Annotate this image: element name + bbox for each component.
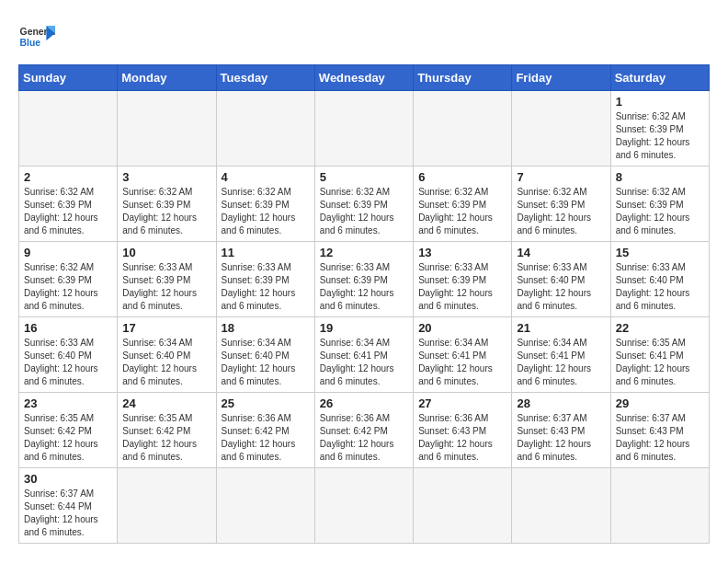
calendar-cell: 22Sunrise: 6:35 AM Sunset: 6:41 PM Dayli… <box>610 317 709 393</box>
day-number: 29 <box>616 396 704 410</box>
day-info: Sunrise: 6:35 AM Sunset: 6:41 PM Dayligh… <box>616 337 704 388</box>
calendar-cell <box>414 468 512 544</box>
day-info: Sunrise: 6:32 AM Sunset: 6:39 PM Dayligh… <box>418 186 506 237</box>
day-number: 27 <box>418 396 506 410</box>
day-number: 13 <box>418 246 506 259</box>
day-info: Sunrise: 6:33 AM Sunset: 6:39 PM Dayligh… <box>418 261 506 313</box>
svg-text:Blue: Blue <box>20 38 41 48</box>
day-number: 30 <box>24 472 112 486</box>
calendar-cell: 23Sunrise: 6:35 AM Sunset: 6:42 PM Dayli… <box>19 393 118 468</box>
day-number: 14 <box>517 246 605 259</box>
day-number: 1 <box>616 95 704 109</box>
day-info: Sunrise: 6:37 AM Sunset: 6:44 PM Dayligh… <box>24 488 112 539</box>
calendar-cell: 2Sunrise: 6:32 AM Sunset: 6:39 PM Daylig… <box>19 167 118 242</box>
calendar-cell: 10Sunrise: 6:33 AM Sunset: 6:39 PM Dayli… <box>118 242 216 317</box>
calendar-week-row: 30Sunrise: 6:37 AM Sunset: 6:44 PM Dayli… <box>19 468 710 544</box>
calendar-cell: 5Sunrise: 6:32 AM Sunset: 6:39 PM Daylig… <box>314 167 413 242</box>
day-number: 9 <box>24 246 112 259</box>
day-number: 12 <box>320 246 408 259</box>
calendar-cell <box>118 468 216 544</box>
day-info: Sunrise: 6:37 AM Sunset: 6:43 PM Dayligh… <box>616 412 704 464</box>
day-number: 2 <box>24 170 112 184</box>
day-number: 28 <box>517 396 605 410</box>
calendar-week-row: 23Sunrise: 6:35 AM Sunset: 6:42 PM Dayli… <box>19 393 710 468</box>
day-number: 4 <box>222 170 310 184</box>
calendar-cell: 30Sunrise: 6:37 AM Sunset: 6:44 PM Dayli… <box>19 468 118 544</box>
day-info: Sunrise: 6:32 AM Sunset: 6:39 PM Dayligh… <box>222 186 310 237</box>
day-info: Sunrise: 6:32 AM Sunset: 6:39 PM Dayligh… <box>517 186 605 237</box>
calendar-cell: 7Sunrise: 6:32 AM Sunset: 6:39 PM Daylig… <box>512 167 610 242</box>
day-info: Sunrise: 6:33 AM Sunset: 6:39 PM Dayligh… <box>222 261 310 313</box>
calendar-header-row: SundayMondayTuesdayWednesdayThursdayFrid… <box>19 65 710 91</box>
calendar-cell: 27Sunrise: 6:36 AM Sunset: 6:43 PM Dayli… <box>414 393 512 468</box>
day-of-week-header: Monday <box>118 65 216 91</box>
calendar-cell: 6Sunrise: 6:32 AM Sunset: 6:39 PM Daylig… <box>414 167 512 242</box>
day-number: 7 <box>517 170 605 184</box>
day-number: 15 <box>616 246 704 259</box>
calendar-cell <box>216 468 314 544</box>
calendar-cell: 19Sunrise: 6:34 AM Sunset: 6:41 PM Dayli… <box>314 317 413 393</box>
page-header: General Blue <box>18 18 710 55</box>
day-info: Sunrise: 6:32 AM Sunset: 6:39 PM Dayligh… <box>24 186 112 237</box>
calendar-cell: 13Sunrise: 6:33 AM Sunset: 6:39 PM Dayli… <box>414 242 512 317</box>
calendar-cell: 26Sunrise: 6:36 AM Sunset: 6:42 PM Dayli… <box>314 393 413 468</box>
day-number: 6 <box>418 170 506 184</box>
day-info: Sunrise: 6:34 AM Sunset: 6:41 PM Dayligh… <box>320 337 408 388</box>
calendar-cell <box>314 468 413 544</box>
day-info: Sunrise: 6:33 AM Sunset: 6:40 PM Dayligh… <box>616 261 704 313</box>
calendar-cell: 21Sunrise: 6:34 AM Sunset: 6:41 PM Dayli… <box>512 317 610 393</box>
calendar-cell: 4Sunrise: 6:32 AM Sunset: 6:39 PM Daylig… <box>216 167 314 242</box>
calendar-cell <box>19 91 118 167</box>
calendar-cell: 12Sunrise: 6:33 AM Sunset: 6:39 PM Dayli… <box>314 242 413 317</box>
day-info: Sunrise: 6:32 AM Sunset: 6:39 PM Dayligh… <box>616 186 704 237</box>
day-info: Sunrise: 6:32 AM Sunset: 6:39 PM Dayligh… <box>616 110 704 162</box>
calendar-cell <box>610 468 709 544</box>
day-info: Sunrise: 6:36 AM Sunset: 6:42 PM Dayligh… <box>222 412 310 464</box>
day-of-week-header: Sunday <box>19 65 118 91</box>
day-info: Sunrise: 6:36 AM Sunset: 6:43 PM Dayligh… <box>418 412 506 464</box>
day-of-week-header: Friday <box>512 65 610 91</box>
day-of-week-header: Wednesday <box>314 65 413 91</box>
calendar-cell: 16Sunrise: 6:33 AM Sunset: 6:40 PM Dayli… <box>19 317 118 393</box>
calendar-table: SundayMondayTuesdayWednesdayThursdayFrid… <box>18 64 710 544</box>
calendar-cell: 25Sunrise: 6:36 AM Sunset: 6:42 PM Dayli… <box>216 393 314 468</box>
day-info: Sunrise: 6:34 AM Sunset: 6:41 PM Dayligh… <box>418 337 506 388</box>
day-info: Sunrise: 6:33 AM Sunset: 6:40 PM Dayligh… <box>517 261 605 313</box>
calendar-cell: 3Sunrise: 6:32 AM Sunset: 6:39 PM Daylig… <box>118 167 216 242</box>
day-number: 23 <box>24 396 112 410</box>
calendar-cell: 14Sunrise: 6:33 AM Sunset: 6:40 PM Dayli… <box>512 242 610 317</box>
day-number: 19 <box>320 321 408 335</box>
day-number: 21 <box>517 321 605 335</box>
day-number: 3 <box>122 170 210 184</box>
day-info: Sunrise: 6:32 AM Sunset: 6:39 PM Dayligh… <box>122 186 210 237</box>
day-number: 16 <box>24 321 112 335</box>
day-info: Sunrise: 6:32 AM Sunset: 6:39 PM Dayligh… <box>320 186 408 237</box>
day-number: 18 <box>222 321 310 335</box>
calendar-cell: 1Sunrise: 6:32 AM Sunset: 6:39 PM Daylig… <box>610 91 709 167</box>
calendar-cell: 11Sunrise: 6:33 AM Sunset: 6:39 PM Dayli… <box>216 242 314 317</box>
day-number: 11 <box>222 246 310 259</box>
calendar-cell: 28Sunrise: 6:37 AM Sunset: 6:43 PM Dayli… <box>512 393 610 468</box>
day-info: Sunrise: 6:37 AM Sunset: 6:43 PM Dayligh… <box>517 412 605 464</box>
calendar-cell: 17Sunrise: 6:34 AM Sunset: 6:40 PM Dayli… <box>118 317 216 393</box>
calendar-cell: 8Sunrise: 6:32 AM Sunset: 6:39 PM Daylig… <box>610 167 709 242</box>
day-info: Sunrise: 6:34 AM Sunset: 6:41 PM Dayligh… <box>517 337 605 388</box>
calendar-cell: 29Sunrise: 6:37 AM Sunset: 6:43 PM Dayli… <box>610 393 709 468</box>
logo: General Blue <box>18 18 55 55</box>
day-info: Sunrise: 6:33 AM Sunset: 6:39 PM Dayligh… <box>320 261 408 313</box>
calendar-cell: 18Sunrise: 6:34 AM Sunset: 6:40 PM Dayli… <box>216 317 314 393</box>
day-number: 10 <box>122 246 210 259</box>
calendar-cell: 24Sunrise: 6:35 AM Sunset: 6:42 PM Dayli… <box>118 393 216 468</box>
day-info: Sunrise: 6:36 AM Sunset: 6:42 PM Dayligh… <box>320 412 408 464</box>
calendar-cell <box>314 91 413 167</box>
calendar-week-row: 1Sunrise: 6:32 AM Sunset: 6:39 PM Daylig… <box>19 91 710 167</box>
day-info: Sunrise: 6:34 AM Sunset: 6:40 PM Dayligh… <box>122 337 210 388</box>
calendar-cell: 9Sunrise: 6:32 AM Sunset: 6:39 PM Daylig… <box>19 242 118 317</box>
calendar-week-row: 2Sunrise: 6:32 AM Sunset: 6:39 PM Daylig… <box>19 167 710 242</box>
day-info: Sunrise: 6:35 AM Sunset: 6:42 PM Dayligh… <box>24 412 112 464</box>
calendar-cell <box>216 91 314 167</box>
calendar-cell <box>414 91 512 167</box>
day-info: Sunrise: 6:34 AM Sunset: 6:40 PM Dayligh… <box>222 337 310 388</box>
calendar-week-row: 16Sunrise: 6:33 AM Sunset: 6:40 PM Dayli… <box>19 317 710 393</box>
day-number: 25 <box>222 396 310 410</box>
